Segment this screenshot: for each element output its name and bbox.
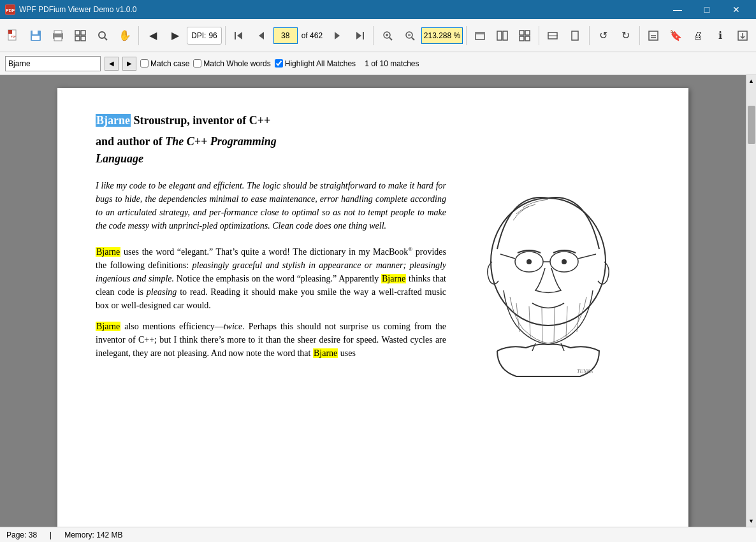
minimize-button[interactable]: —	[663, 0, 692, 19]
svg-rect-31	[476, 32, 484, 34]
match-whole-words-checkbox[interactable]	[193, 59, 201, 68]
main-area: Bjarne Stroustrup, inventor of C++ and a…	[0, 75, 756, 527]
statusbar: Page: 38 | Memory: 142 MB	[0, 527, 756, 542]
zoom-in-button[interactable]	[377, 24, 398, 47]
pdf-page: Bjarne Stroustrup, inventor of C++ and a…	[57, 88, 688, 527]
bjarne-highlight-3: Bjarne	[381, 274, 406, 283]
svg-rect-9	[54, 31, 62, 34]
svg-rect-40	[572, 31, 578, 40]
toolbar-separator-7	[639, 26, 640, 45]
close-button[interactable]: ✕	[722, 0, 751, 19]
svg-rect-7	[32, 36, 40, 40]
bjarne-highlight-4: Bjarne	[96, 322, 120, 331]
match-case-option[interactable]: Match case	[140, 59, 189, 68]
svg-point-52	[527, 259, 532, 264]
match-case-label: Match case	[150, 59, 189, 68]
first-page-button[interactable]	[229, 24, 250, 47]
toolbar-separator-2	[225, 26, 226, 45]
zoom-out-button[interactable]	[399, 24, 420, 47]
toolbar-separator-6	[589, 26, 590, 45]
dpi-label: DPI:	[191, 31, 206, 40]
svg-marker-18	[237, 32, 242, 39]
pdf-subheading: and author of The C++ Programming Langua…	[96, 133, 650, 168]
match-count: 1 of 10 matches	[360, 58, 424, 69]
print-button[interactable]	[47, 24, 68, 47]
svg-marker-22	[356, 32, 361, 39]
prev-page-btn2[interactable]	[251, 24, 272, 47]
save-button[interactable]	[25, 24, 46, 47]
fit-page-button[interactable]	[565, 24, 586, 47]
rotate-cw-button[interactable]: ↻	[615, 24, 636, 47]
highlight-all-label: Highlight All Matches	[285, 59, 356, 68]
svg-line-55	[561, 343, 564, 351]
grid-button[interactable]	[514, 24, 535, 47]
two-page-button[interactable]	[492, 24, 513, 47]
svg-line-24	[389, 38, 392, 40]
dpi-value: 96	[208, 31, 217, 40]
bjarne-highlight-5: Bjarne	[313, 348, 338, 358]
bjarne-highlight-2: Bjarne	[96, 247, 120, 257]
scrollbar[interactable]: ▲ ▼	[746, 75, 756, 527]
fit-width-button[interactable]	[542, 24, 563, 47]
status-page: Page: 38	[6, 531, 37, 539]
dpi-display: DPI: 96	[187, 27, 222, 45]
app-title: WPF PDFium Viewer Demo v1.0.0	[19, 5, 137, 14]
pdf-heading: Bjarne Stroustrup, inventor of C++	[96, 113, 650, 128]
prev-page-button[interactable]: ◀	[142, 24, 163, 47]
bookmark-button[interactable]: 🔖	[665, 24, 687, 47]
open-pdf-button[interactable]: PDF	[3, 24, 24, 47]
quote-block: I like my code to be elegant and efficie…	[96, 179, 446, 232]
svg-rect-11	[75, 31, 80, 35]
paragraph-1: Bjarne uses the word “elegant.” That’s q…	[96, 245, 446, 312]
page-total: of 462	[299, 31, 325, 40]
svg-marker-20	[335, 32, 340, 39]
highlight-all-option[interactable]: Highlight All Matches	[275, 59, 356, 68]
page-nav: of 462	[273, 27, 325, 44]
search-button[interactable]	[92, 24, 113, 47]
pdf-viewer[interactable]: Bjarne Stroustrup, inventor of C++ and a…	[0, 75, 746, 527]
match-whole-words-option[interactable]: Match Whole words	[193, 59, 270, 68]
next-page-button[interactable]: ▶	[164, 24, 185, 47]
paragraph-2: Bjarne also mentions efficiency—twice. P…	[96, 320, 446, 360]
search-input[interactable]	[5, 56, 101, 71]
print-btn2[interactable]: 🖨	[688, 24, 709, 47]
svg-rect-6	[33, 31, 38, 34]
rotate-ccw-button[interactable]: ↺	[593, 24, 614, 47]
export-button[interactable]	[732, 24, 753, 47]
search-prev-button[interactable]: ◀	[105, 57, 119, 71]
svg-line-28	[412, 38, 414, 40]
svg-rect-3	[8, 30, 12, 34]
maximize-button[interactable]: □	[692, 0, 722, 19]
para2-text: also mentions efficiency—twice. Perhaps …	[96, 322, 446, 358]
match-case-checkbox[interactable]	[140, 59, 149, 68]
para1-text: uses the word “elegant.” That’s quite a …	[96, 247, 446, 310]
toolbar-separator-1	[138, 26, 139, 45]
toolbar-separator-3	[373, 26, 374, 45]
svg-line-16	[105, 38, 107, 40]
scroll-up-button[interactable]: ▲	[747, 76, 756, 85]
svg-rect-34	[520, 31, 524, 35]
svg-line-51	[578, 254, 596, 259]
highlight-all-checkbox[interactable]	[275, 59, 283, 68]
toolbar-separator-5	[539, 26, 539, 45]
content-wrapper: I like my code to be elegant and efficie…	[96, 179, 650, 387]
search-next-button[interactable]: ▶	[122, 57, 136, 71]
zoom-input[interactable]	[421, 27, 463, 44]
info-button[interactable]: ℹ	[710, 24, 731, 47]
page-input[interactable]	[273, 27, 298, 44]
next-page-btn2[interactable]	[326, 24, 347, 47]
thumbnail-button[interactable]	[69, 24, 91, 47]
svg-rect-13	[75, 36, 80, 41]
svg-rect-14	[81, 36, 85, 41]
svg-line-54	[532, 343, 535, 351]
app-icon: PDF	[5, 4, 15, 15]
text-column: I like my code to be elegant and efficie…	[96, 179, 446, 387]
scroll-down-button[interactable]: ▼	[747, 517, 756, 525]
last-page-button[interactable]	[349, 24, 370, 47]
svg-rect-37	[525, 36, 530, 41]
highlight-button[interactable]	[643, 24, 664, 47]
scroll-thumb[interactable]	[748, 106, 755, 144]
hand-tool-button[interactable]: ✋	[114, 24, 135, 47]
new-window-button[interactable]	[470, 24, 491, 47]
scroll-track[interactable]	[747, 87, 756, 515]
